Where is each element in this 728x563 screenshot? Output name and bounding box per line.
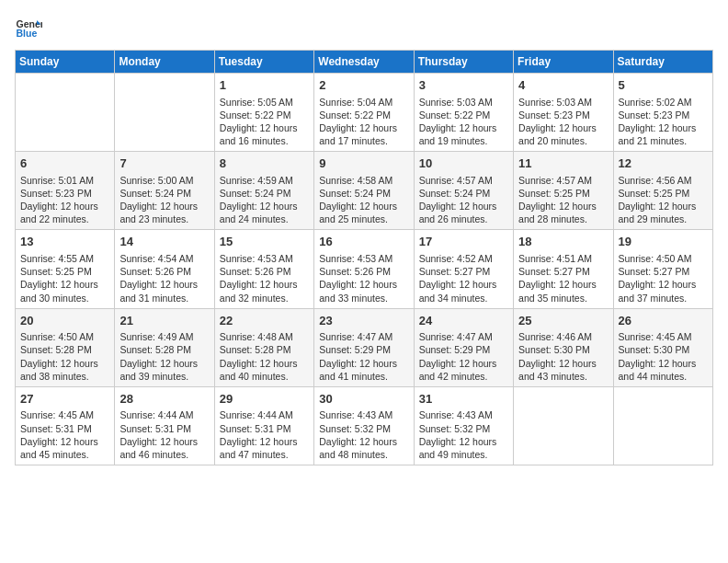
calendar-cell: 17Sunrise: 4:52 AMSunset: 5:27 PMDayligh… xyxy=(414,230,513,308)
calendar-week-3: 13Sunrise: 4:55 AMSunset: 5:25 PMDayligh… xyxy=(16,230,713,308)
page-header: General Blue xyxy=(15,15,713,42)
day-info: Sunrise: 4:44 AM xyxy=(119,408,209,421)
day-number: 30 xyxy=(319,391,408,408)
logo-icon: General Blue xyxy=(15,15,42,42)
calendar-header-friday: Friday xyxy=(514,51,613,74)
day-info: Sunset: 5:31 PM xyxy=(20,422,109,435)
day-info: Sunrise: 4:43 AM xyxy=(319,408,408,421)
calendar-cell: 4Sunrise: 5:03 AMSunset: 5:23 PMDaylight… xyxy=(514,74,613,152)
day-info: Sunrise: 5:04 AM xyxy=(319,96,408,109)
day-info: Sunrise: 4:47 AM xyxy=(319,330,408,343)
day-info: Sunrise: 4:45 AM xyxy=(619,330,708,343)
day-number: 7 xyxy=(119,155,209,172)
day-info: Sunset: 5:31 PM xyxy=(220,422,309,435)
day-info: Sunset: 5:22 PM xyxy=(319,109,408,121)
day-info: Daylight: 12 hours and 47 minutes. xyxy=(220,435,309,461)
day-number: 12 xyxy=(619,155,708,172)
calendar-cell: 3Sunrise: 5:03 AMSunset: 5:22 PMDaylight… xyxy=(414,74,513,152)
day-info: Sunset: 5:25 PM xyxy=(619,187,708,200)
day-info: Daylight: 12 hours and 41 minutes. xyxy=(319,357,408,383)
calendar-cell: 15Sunrise: 4:53 AMSunset: 5:26 PMDayligh… xyxy=(214,230,313,308)
day-info: Sunset: 5:27 PM xyxy=(619,265,708,278)
day-info: Daylight: 12 hours and 20 minutes. xyxy=(518,121,608,147)
day-info: Sunrise: 4:45 AM xyxy=(20,408,109,421)
day-number: 15 xyxy=(220,234,309,250)
day-info: Daylight: 12 hours and 31 minutes. xyxy=(119,278,209,304)
day-info: Sunrise: 4:59 AM xyxy=(220,174,309,187)
day-number: 14 xyxy=(119,234,209,250)
calendar-cell: 19Sunrise: 4:50 AMSunset: 5:27 PMDayligh… xyxy=(613,230,712,308)
day-info: Sunset: 5:26 PM xyxy=(319,265,408,278)
day-number: 2 xyxy=(319,77,408,94)
day-info: Sunrise: 4:43 AM xyxy=(419,408,508,421)
day-info: Sunset: 5:30 PM xyxy=(619,343,708,356)
day-number: 20 xyxy=(20,313,109,329)
calendar-header-wednesday: Wednesday xyxy=(314,51,414,74)
day-number: 21 xyxy=(119,313,209,329)
day-info: Sunrise: 4:53 AM xyxy=(319,252,408,265)
day-number: 9 xyxy=(319,155,408,172)
day-info: Sunrise: 4:44 AM xyxy=(220,408,309,421)
day-info: Daylight: 12 hours and 19 minutes. xyxy=(419,121,508,147)
day-info: Sunrise: 4:51 AM xyxy=(518,252,608,265)
day-info: Daylight: 12 hours and 23 minutes. xyxy=(119,200,209,225)
day-info: Sunrise: 5:01 AM xyxy=(20,174,109,187)
day-number: 25 xyxy=(518,313,608,329)
day-info: Daylight: 12 hours and 40 minutes. xyxy=(220,357,309,383)
calendar-cell: 2Sunrise: 5:04 AMSunset: 5:22 PMDaylight… xyxy=(314,74,414,152)
calendar-cell: 10Sunrise: 4:57 AMSunset: 5:24 PMDayligh… xyxy=(414,152,513,230)
day-info: Sunset: 5:24 PM xyxy=(319,187,408,200)
calendar-cell: 25Sunrise: 4:46 AMSunset: 5:30 PMDayligh… xyxy=(514,308,613,386)
day-number: 4 xyxy=(518,77,608,94)
day-info: Sunset: 5:32 PM xyxy=(319,422,408,435)
day-info: Sunrise: 4:49 AM xyxy=(119,330,209,343)
day-info: Daylight: 12 hours and 34 minutes. xyxy=(419,278,508,304)
calendar-header-row: SundayMondayTuesdayWednesdayThursdayFrid… xyxy=(16,51,713,74)
day-info: Sunrise: 5:02 AM xyxy=(619,96,708,109)
calendar-table: SundayMondayTuesdayWednesdayThursdayFrid… xyxy=(15,50,713,465)
day-info: Sunrise: 4:50 AM xyxy=(619,252,708,265)
day-info: Sunset: 5:25 PM xyxy=(518,187,608,200)
day-info: Daylight: 12 hours and 24 minutes. xyxy=(220,200,309,225)
calendar-cell: 14Sunrise: 4:54 AMSunset: 5:26 PMDayligh… xyxy=(115,230,214,308)
day-info: Daylight: 12 hours and 22 minutes. xyxy=(20,200,109,225)
calendar-week-1: 1Sunrise: 5:05 AMSunset: 5:22 PMDaylight… xyxy=(16,74,713,152)
calendar-cell: 22Sunrise: 4:48 AMSunset: 5:28 PMDayligh… xyxy=(214,308,313,386)
day-info: Sunset: 5:23 PM xyxy=(518,109,608,121)
calendar-cell: 28Sunrise: 4:44 AMSunset: 5:31 PMDayligh… xyxy=(115,386,214,465)
day-info: Sunset: 5:28 PM xyxy=(20,343,109,356)
calendar-cell xyxy=(16,74,115,152)
day-info: Sunrise: 5:03 AM xyxy=(518,96,608,109)
day-number: 8 xyxy=(220,155,309,172)
day-number: 11 xyxy=(518,155,608,172)
day-number: 17 xyxy=(419,234,508,250)
calendar-cell: 31Sunrise: 4:43 AMSunset: 5:32 PMDayligh… xyxy=(414,386,513,465)
day-info: Daylight: 12 hours and 17 minutes. xyxy=(319,121,408,147)
calendar-header-monday: Monday xyxy=(115,51,214,74)
day-info: Daylight: 12 hours and 29 minutes. xyxy=(619,200,708,225)
day-number: 18 xyxy=(518,234,608,250)
day-number: 6 xyxy=(20,155,109,172)
calendar-cell: 5Sunrise: 5:02 AMSunset: 5:23 PMDaylight… xyxy=(613,74,712,152)
day-info: Sunset: 5:30 PM xyxy=(518,343,608,356)
calendar-cell: 9Sunrise: 4:58 AMSunset: 5:24 PMDaylight… xyxy=(314,152,414,230)
day-info: Sunset: 5:25 PM xyxy=(20,265,109,278)
day-info: Sunrise: 4:53 AM xyxy=(220,252,309,265)
day-info: Sunrise: 4:52 AM xyxy=(419,252,508,265)
calendar-cell xyxy=(514,386,613,465)
day-info: Daylight: 12 hours and 46 minutes. xyxy=(119,435,209,461)
logo: General Blue xyxy=(15,15,46,42)
day-info: Sunrise: 5:05 AM xyxy=(220,96,309,109)
day-info: Sunrise: 4:48 AM xyxy=(220,330,309,343)
day-info: Daylight: 12 hours and 21 minutes. xyxy=(619,121,708,147)
day-info: Daylight: 12 hours and 26 minutes. xyxy=(419,200,508,225)
day-info: Daylight: 12 hours and 44 minutes. xyxy=(619,357,708,383)
day-info: Daylight: 12 hours and 45 minutes. xyxy=(20,435,109,461)
day-info: Sunrise: 4:47 AM xyxy=(419,330,508,343)
calendar-cell: 30Sunrise: 4:43 AMSunset: 5:32 PMDayligh… xyxy=(314,386,414,465)
day-info: Daylight: 12 hours and 28 minutes. xyxy=(518,200,608,225)
svg-text:Blue: Blue xyxy=(17,28,38,39)
day-info: Daylight: 12 hours and 39 minutes. xyxy=(119,357,209,383)
day-info: Daylight: 12 hours and 32 minutes. xyxy=(220,278,309,304)
day-number: 13 xyxy=(20,234,109,250)
